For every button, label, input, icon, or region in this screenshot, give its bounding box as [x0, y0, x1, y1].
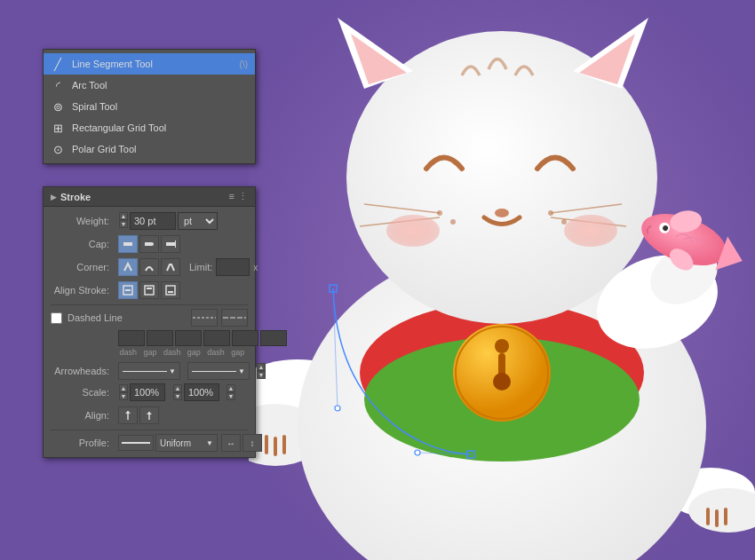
svg-marker-59 — [125, 411, 131, 414]
cap-projecting-button[interactable] — [161, 235, 180, 253]
dashed-line-checkbox[interactable] — [51, 312, 62, 324]
corner-round-button[interactable] — [139, 258, 159, 276]
corner-buttons — [118, 258, 180, 276]
align-outside-button[interactable] — [161, 281, 180, 299]
tool-arc-label: Arc Tool — [72, 80, 107, 91]
arc-icon: ◜ — [51, 78, 65, 92]
align-center-button[interactable] — [118, 281, 138, 299]
gap-1-input[interactable] — [147, 330, 173, 346]
profile-line-preview — [118, 435, 154, 451]
svg-rect-55 — [168, 291, 173, 293]
dashed-style-2[interactable] — [221, 309, 248, 327]
tool-polar-grid[interactable]: ⊙ Polar Grid Tool — [44, 138, 255, 160]
svg-point-28 — [561, 219, 567, 225]
align-stroke-buttons — [118, 281, 180, 299]
arrowhead-line-end — [192, 371, 236, 372]
tool-line-segment[interactable]: ╱ Line Segment Tool (\) — [44, 53, 255, 75]
stroke-panel: ▶ Stroke ≡ ⋮ Weight: ▲ ▼ pt px mm — [43, 186, 256, 458]
corner-bevel-button[interactable] — [161, 258, 180, 276]
arrowhead-swap[interactable]: ▲ ▼ — [257, 363, 266, 379]
separator-1 — [51, 304, 248, 305]
stroke-panel-title: Stroke — [60, 192, 226, 202]
scale-start-input[interactable] — [130, 383, 165, 401]
scale-end-down[interactable]: ▼ — [173, 392, 182, 400]
panel-menu-icon[interactable]: ≡ — [229, 191, 234, 202]
align-inside-button[interactable] — [139, 281, 159, 299]
scale-end-up[interactable]: ▲ — [173, 384, 182, 392]
svg-point-33 — [386, 215, 440, 247]
arrowheads-label: Arrowheads: — [51, 366, 115, 376]
limit-x: x — [253, 263, 258, 272]
dash-1-input[interactable] — [118, 330, 145, 346]
gap-2-input[interactable] — [203, 330, 230, 346]
align-tip-button[interactable] — [139, 406, 159, 424]
cap-round-button[interactable] — [139, 235, 159, 253]
link-down[interactable]: ▼ — [226, 392, 235, 400]
cap-row: Cap: — [51, 235, 248, 253]
svg-rect-5 — [282, 435, 286, 454]
tool-rect-grid-label: Rectangular Grid Tool — [72, 122, 166, 133]
dash-3-input[interactable] — [232, 330, 258, 346]
arrowhead-end: ▼ — [187, 362, 250, 380]
weight-label: Weight: — [51, 216, 115, 226]
gap-3-input[interactable] — [260, 330, 287, 346]
arrowhead-end-select[interactable]: ▼ — [187, 362, 250, 380]
tool-spiral[interactable]: ⊚ Spiral Tool — [44, 96, 255, 117]
tool-line-segment-shortcut: (\) — [240, 59, 248, 69]
profile-flip-v[interactable]: ↕ — [242, 434, 262, 452]
limit-input[interactable] — [216, 258, 250, 276]
stroke-panel-header[interactable]: ▶ Stroke ≡ ⋮ — [44, 187, 255, 207]
dashed-line-label: Dashed Line — [68, 312, 123, 323]
scale-start-down[interactable]: ▼ — [119, 392, 128, 400]
cap-butt-button[interactable] — [118, 235, 138, 253]
cap-buttons — [118, 235, 180, 253]
scale-end-group: ▲ ▼ — [172, 383, 219, 401]
weight-input[interactable] — [130, 212, 176, 230]
dash-inputs-row — [118, 330, 248, 346]
svg-rect-52 — [145, 286, 154, 295]
svg-rect-9 — [715, 509, 719, 527]
scale-end-spinner[interactable]: ▲ ▼ — [173, 384, 182, 400]
tool-line-segment-label: Line Segment Tool — [72, 59, 153, 69]
corner-miter-button[interactable] — [118, 258, 138, 276]
arrowhead-start-arrow: ▼ — [169, 367, 176, 375]
limit-label: Limit: — [189, 262, 212, 272]
scale-end-input[interactable] — [184, 383, 219, 401]
svg-rect-54 — [166, 286, 175, 295]
profile-label: Profile: — [51, 438, 115, 448]
stroke-panel-body: Weight: ▲ ▼ pt px mm Cap: — [44, 207, 255, 457]
weight-spinner[interactable]: ▲ ▼ — [119, 212, 128, 230]
swap-down[interactable]: ▼ — [257, 371, 266, 379]
panel-options-icon[interactable]: ⋮ — [238, 191, 248, 202]
svg-rect-45 — [123, 242, 132, 246]
dashed-style-1[interactable] — [191, 309, 218, 327]
profile-flip-buttons: ↔ ↕ — [221, 434, 262, 452]
weight-up[interactable]: ▲ — [119, 212, 128, 220]
svg-rect-4 — [274, 437, 277, 456]
profile-value-select[interactable]: Uniform ▼ — [155, 434, 218, 452]
arrowhead-start-select[interactable]: ▼ — [118, 362, 180, 380]
scale-start-up[interactable]: ▲ — [119, 384, 128, 392]
scale-label: Scale: — [51, 387, 115, 398]
scale-link[interactable]: ▲ ▼ — [226, 384, 235, 400]
profile-flip-h[interactable]: ↔ — [221, 434, 241, 452]
align-extend-button[interactable] — [118, 406, 138, 424]
svg-rect-3 — [265, 435, 268, 454]
cat-scene — [249, 0, 755, 560]
tool-arc[interactable]: ◜ Arc Tool — [44, 75, 255, 96]
dash-label-1: dash — [118, 348, 139, 357]
weight-unit-select[interactable]: pt px mm — [178, 212, 218, 230]
tool-rect-grid[interactable]: ⊞ Rectangular Grid Tool — [44, 117, 255, 138]
link-up[interactable]: ▲ — [226, 384, 235, 392]
panel-header-icons: ≡ ⋮ — [229, 191, 248, 202]
dash-2-input[interactable] — [175, 330, 202, 346]
svg-point-24 — [495, 209, 509, 217]
align-stroke-row: Align Stroke: — [51, 281, 248, 299]
separator-2 — [51, 430, 248, 430]
weight-down[interactable]: ▼ — [119, 220, 128, 228]
swap-up[interactable]: ▲ — [257, 363, 266, 371]
svg-rect-49 — [175, 241, 176, 248]
cap-label: Cap: — [51, 239, 115, 249]
scale-start-spinner[interactable]: ▲ ▼ — [119, 384, 128, 400]
svg-rect-10 — [724, 508, 727, 525]
